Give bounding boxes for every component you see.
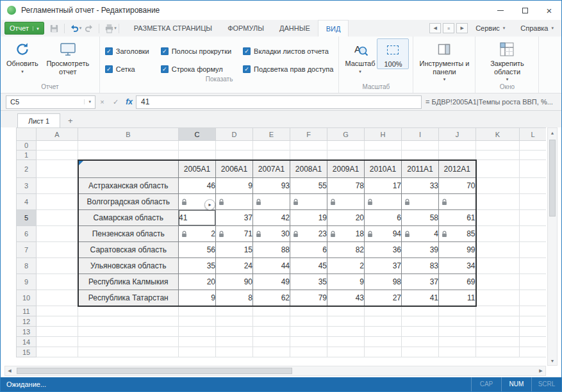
- column-header-D[interactable]: D: [216, 128, 253, 141]
- grid-cell-C3[interactable]: 46: [179, 178, 216, 194]
- grid-cell-J1[interactable]: [439, 151, 476, 160]
- grid-cell-G7[interactable]: 82: [327, 242, 365, 258]
- grid-cell-K11[interactable]: [476, 306, 520, 316]
- column-header-L[interactable]: L: [520, 128, 547, 141]
- grid-cell-K12[interactable]: [476, 316, 520, 327]
- report-menu-button[interactable]: Отчет ▾: [4, 22, 44, 35]
- nav-right-button[interactable]: ▶: [456, 23, 468, 33]
- grid-cell-J5[interactable]: 61: [439, 210, 476, 226]
- grid-cell-H3[interactable]: 17: [365, 178, 402, 194]
- grid-cell-F10[interactable]: 79: [290, 290, 327, 306]
- grid-cell-A9[interactable]: [37, 274, 78, 290]
- checkbox-option[interactable]: ✓Вкладки листов отчета: [243, 46, 333, 56]
- grid-cell-C10[interactable]: 9: [179, 290, 216, 306]
- grid-cell-K6[interactable]: [476, 226, 520, 242]
- grid-cell-K7[interactable]: [476, 242, 520, 258]
- row-header-11[interactable]: 11: [17, 306, 37, 316]
- cancel-entry-button[interactable]: ×: [95, 95, 109, 109]
- grid-cell-E2[interactable]: 2007A1: [253, 160, 290, 178]
- scroll-down-arrow[interactable]: ▼: [548, 356, 557, 365]
- grid-cell-J8[interactable]: 34: [439, 258, 476, 274]
- grid-cell-L6[interactable]: [520, 226, 547, 242]
- grid-cell-D7[interactable]: 15: [216, 242, 253, 258]
- grid-cell-D6[interactable]: 71: [216, 226, 253, 242]
- grid-cell-E3[interactable]: 93: [253, 178, 290, 194]
- grid-cell-D2[interactable]: 2006A1: [216, 160, 253, 178]
- grid-cell-E15[interactable]: [253, 347, 290, 357]
- grid-cell-I14[interactable]: [402, 337, 439, 347]
- grid-cell-B12[interactable]: [78, 316, 179, 327]
- grid-cell-H8[interactable]: 37: [365, 258, 402, 274]
- grid-cell-G13[interactable]: [327, 327, 365, 337]
- grid-cell-F8[interactable]: 45: [290, 258, 327, 274]
- grid-cell-G6[interactable]: 18: [327, 226, 365, 242]
- grid-cell-J6[interactable]: 85: [439, 226, 476, 242]
- grid-cell-I6[interactable]: 4: [402, 226, 439, 242]
- grid-cell-H1[interactable]: [365, 151, 402, 160]
- cell-reference-box[interactable]: C5 ▾: [6, 95, 95, 109]
- grid-cell-F3[interactable]: 55: [290, 178, 327, 194]
- row-header-13[interactable]: 13: [17, 327, 37, 337]
- redo-button[interactable]: [81, 21, 97, 35]
- row-header-10[interactable]: 10: [17, 290, 37, 306]
- grid-cell-E10[interactable]: 62: [253, 290, 290, 306]
- grid-cell-C5[interactable]: 41: [179, 210, 216, 226]
- grid-cell-D12[interactable]: [216, 316, 253, 327]
- nav-left-button[interactable]: ◀: [429, 23, 441, 33]
- grid-cell-G4[interactable]: [327, 194, 365, 210]
- grid-cell-J11[interactable]: [439, 306, 476, 316]
- grid-cell-I10[interactable]: 41: [402, 290, 439, 306]
- grid-cell-G14[interactable]: [327, 337, 365, 347]
- grid-cell-A8[interactable]: [37, 258, 78, 274]
- grid-cell-J14[interactable]: [439, 337, 476, 347]
- grid-cell-F0[interactable]: [290, 141, 327, 151]
- grid-cell-E12[interactable]: [253, 316, 290, 327]
- grid-cell-K3[interactable]: [476, 178, 520, 194]
- grid-cell-D9[interactable]: 90: [216, 274, 253, 290]
- grid-cell-J2[interactable]: 2012A1: [439, 160, 476, 178]
- grid-cell-K10[interactable]: [476, 290, 520, 306]
- grid-cell-B3[interactable]: Астраханская область: [78, 178, 179, 194]
- grid-cell-G3[interactable]: 78: [327, 178, 365, 194]
- grid-cell-C9[interactable]: 20: [179, 274, 216, 290]
- grid-cell-E7[interactable]: 88: [253, 242, 290, 258]
- grid-cell-G1[interactable]: [327, 151, 365, 160]
- minimize-button[interactable]: [488, 1, 513, 20]
- grid-cell-H4[interactable]: [365, 194, 402, 210]
- grid-cell-B6[interactable]: Пензенская область: [78, 226, 179, 242]
- drill-indicator-button[interactable]: ▸: [204, 199, 215, 210]
- grid-cell-B8[interactable]: Ульяновская область: [78, 258, 179, 274]
- column-header-I[interactable]: I: [402, 128, 439, 141]
- grid-cell-H11[interactable]: [365, 306, 402, 316]
- grid-cell-C6[interactable]: 2: [179, 226, 216, 242]
- grid-cell-C2[interactable]: 2005A1: [179, 160, 216, 178]
- grid-cell-A14[interactable]: [37, 337, 78, 347]
- grid-cell-K9[interactable]: [476, 274, 520, 290]
- nav-menu-button[interactable]: ≡: [443, 23, 454, 33]
- grid-cell-J7[interactable]: 99: [439, 242, 476, 258]
- grid-cell-H2[interactable]: 2010A1: [365, 160, 402, 178]
- grid-cell-B1[interactable]: [78, 151, 179, 160]
- grid-cell-K4[interactable]: [476, 194, 520, 210]
- grid-cell-D4[interactable]: [216, 194, 253, 210]
- row-header-2[interactable]: 2: [17, 160, 37, 178]
- grid-cell-I0[interactable]: [402, 141, 439, 151]
- row-header-7[interactable]: 7: [17, 242, 37, 258]
- scroll-right-arrow[interactable]: ▶: [536, 366, 545, 375]
- grid-cell-A5[interactable]: [37, 210, 78, 226]
- formula-input[interactable]: 41: [136, 95, 422, 109]
- column-header-C[interactable]: C: [179, 128, 216, 141]
- grid-cell-K5[interactable]: [476, 210, 520, 226]
- grid-cell-A2[interactable]: [37, 160, 78, 178]
- grid-cell-D11[interactable]: [216, 306, 253, 316]
- tab-вид[interactable]: ВИД: [318, 20, 349, 37]
- close-button[interactable]: ×: [537, 1, 561, 20]
- grid-cell-F5[interactable]: 19: [290, 210, 327, 226]
- grid-cell-K14[interactable]: [476, 337, 520, 347]
- grid-cell-E6[interactable]: 30: [253, 226, 290, 242]
- grid-cell-C0[interactable]: [179, 141, 216, 151]
- save-button[interactable]: [47, 21, 62, 35]
- preview-report-button[interactable]: Просмотреть отчет: [40, 38, 95, 76]
- checkbox-option[interactable]: ✓Подсветка прав доступа: [243, 64, 333, 74]
- grid-cell-K13[interactable]: [476, 327, 520, 337]
